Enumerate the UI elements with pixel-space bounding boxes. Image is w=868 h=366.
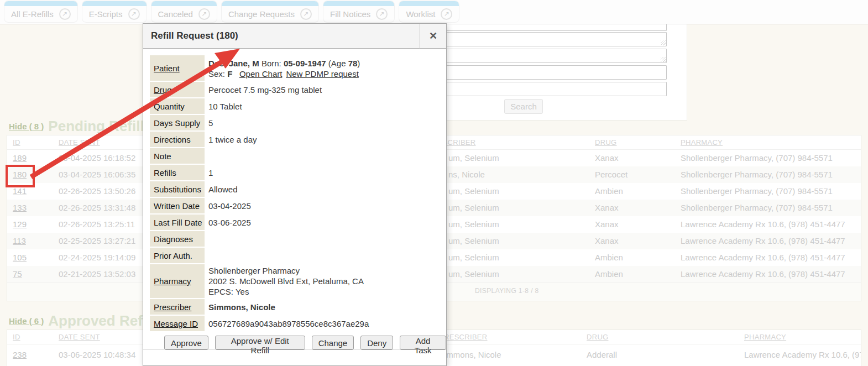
col-header-drug[interactable]: DRUG — [587, 330, 608, 344]
pharmacy-line: 2002 S. McDowell Blvd Ext, Petaluma, CA — [208, 276, 438, 286]
col-header-pharmacy[interactable]: PHARMACY — [681, 135, 723, 150]
cell-drug: Ambien — [595, 266, 623, 283]
detail-value: Percocet 7.5 mg-325 mg tablet — [206, 81, 440, 98]
age-post: ) — [357, 59, 360, 68]
detail-value: Shollenberger Pharmacy2002 S. McDowell B… — [206, 264, 440, 299]
detail-label-written-date: Written Date — [150, 197, 206, 214]
new-pdmp-request-link[interactable]: New PDMP request — [286, 69, 358, 79]
tab-cap — [323, 1, 394, 6]
col-header-date-sent[interactable]: DATE SENT — [59, 135, 100, 150]
detail-label-refills: Refills — [150, 164, 206, 181]
approve-w-edit-refill-button[interactable]: Approve w/ Edit Refill — [215, 336, 305, 350]
pending-hide-link[interactable]: Hide ( 8 ) — [9, 122, 44, 131]
tab-label: Canceled — [158, 9, 193, 19]
cell-id[interactable]: 189 — [13, 150, 27, 166]
tab-cap — [4, 1, 77, 6]
change-button[interactable]: Change — [312, 336, 354, 350]
detail-label-last-fill-date: Last Fill Date — [150, 214, 206, 231]
cell-drug: Ambien — [595, 183, 623, 200]
detail-value: 03-04-2025 — [206, 197, 440, 214]
tab-fill-notices[interactable]: Fill Notices↗ — [323, 1, 394, 22]
refill-detail-table: PatientDoe, Jane, M Born: 05-09-1947 (Ag… — [150, 55, 440, 332]
detail-label-message-id[interactable]: Message ID — [150, 315, 206, 332]
detail-text: Percocet 7.5 mg-325 mg tablet — [208, 85, 322, 95]
detail-value: Doe, Jane, M Born: 05-09-1947 (Age 78)Se… — [206, 55, 440, 81]
cell-prescriber: um, Selenium — [448, 216, 499, 233]
detail-label-patient[interactable]: Patient — [150, 55, 206, 81]
patient-age: 78 — [348, 59, 358, 68]
cell-prescriber: um, Selenium — [448, 200, 499, 216]
close-icon[interactable]: ✕ — [420, 24, 446, 49]
tab-label: Change Requests — [228, 9, 295, 19]
tab-cap — [82, 1, 147, 6]
cell-date: 03-06-2025 10:48:34 — [59, 344, 135, 365]
cell-id[interactable]: 129 — [13, 216, 27, 233]
cell-pharmacy: Lawrence Academy Rx 10.6, (978) 451-4477 — [744, 344, 861, 365]
pharmacy-line: EPCS: Yes — [208, 286, 438, 297]
col-header-id[interactable]: ID — [13, 135, 20, 150]
cell-date: 02-24-2025 19:14:09 — [59, 249, 135, 266]
approved-hide-link[interactable]: Hide ( 6 ) — [9, 316, 44, 326]
detail-value: 10 Tablet — [206, 98, 440, 114]
approve-button[interactable]: Approve — [164, 336, 208, 350]
cell-date: 03-04-2025 16:06:35 — [59, 166, 135, 183]
detail-label-quantity: Quantity — [150, 98, 206, 114]
col-header-pharmacy[interactable]: PHARMACY — [744, 330, 786, 344]
detail-value: 1 — [206, 164, 440, 181]
external-link-icon: ↗ — [128, 8, 140, 20]
col-header-id[interactable]: ID — [13, 330, 20, 344]
cell-pharmacy: Shollenberger Pharmacy, (707) 984-5571 — [681, 200, 833, 216]
tab-e-scripts[interactable]: E-Scripts↗ — [82, 1, 147, 22]
detail-value: 1 twice a day — [206, 131, 440, 148]
tab-label: Fill Notices — [330, 9, 370, 19]
detail-text: 1 twice a day — [208, 135, 257, 144]
cell-id[interactable]: 75 — [13, 266, 22, 283]
refill-request-modal: Refill Request (180) ✕ PatientDoe, Jane,… — [143, 23, 447, 366]
detail-text: Allowed — [208, 185, 238, 194]
tab-worklist[interactable]: Worklist↗ — [399, 1, 459, 22]
cell-id[interactable]: 238 — [13, 344, 27, 365]
cell-prescriber: um, Selenium — [448, 233, 499, 249]
tab-label: All E-Refills — [11, 9, 54, 19]
cell-id[interactable]: 105 — [13, 249, 27, 266]
col-header-drug[interactable]: DRUG — [595, 135, 616, 150]
modal-header: Refill Request (180) ✕ — [143, 24, 446, 49]
patient-sex: F — [227, 69, 232, 79]
open-chart-link[interactable]: Open Chart — [239, 69, 283, 79]
detail-label-prior-auth-: Prior Auth. — [150, 247, 206, 264]
cell-pharmacy: Lawrence Academy Rx 10.6, (978) 451-4477 — [681, 249, 845, 266]
tab-all-e-refills[interactable]: All E-Refills↗ — [4, 1, 77, 22]
cell-id[interactable]: 113 — [13, 233, 26, 249]
cell-prescriber: um, Selenium — [448, 150, 499, 166]
detail-label-substitutions: Substitutions — [150, 181, 206, 197]
cell-date: 02-21-2025 13:52:03 — [59, 266, 135, 283]
external-link-icon: ↗ — [441, 8, 452, 20]
col-header-date-sent[interactable]: DATE SENT — [59, 330, 100, 344]
deny-button[interactable]: Deny — [360, 336, 393, 350]
tab-canceled[interactable]: Canceled↗ — [151, 1, 217, 22]
detail-label-drug[interactable]: Drug — [150, 81, 206, 98]
cell-prescriber: um, Selenium — [448, 183, 499, 200]
pharmacy-line: Shollenberger Pharmacy — [208, 265, 438, 276]
search-button[interactable]: Search — [504, 99, 543, 114]
detail-label-pharmacy[interactable]: Pharmacy — [150, 264, 206, 299]
tab-cap — [222, 1, 318, 6]
tab-change-requests[interactable]: Change Requests↗ — [222, 1, 318, 22]
add-task-button[interactable]: Add Task — [400, 336, 446, 350]
cell-pharmacy: Shollenberger Pharmacy, (707) 984-5571 — [681, 150, 833, 166]
cell-pharmacy: Shollenberger Pharmacy, (707) 984-5571 — [681, 183, 833, 200]
cell-pharmacy: Lawrence Academy Rx 10.6, (978) 451-4477 — [681, 266, 845, 283]
external-link-icon: ↗ — [59, 8, 71, 20]
cell-drug: Xanax — [595, 216, 619, 233]
displaying-count: DISPLAYING 1-8 / 8 — [475, 287, 539, 295]
detail-text: Simmons, Nicole — [208, 302, 275, 312]
tab-cap — [151, 1, 217, 6]
modal-footer-divider — [143, 349, 446, 349]
detail-text: 056727689a9043ab8978556ce8c367ae29a — [208, 319, 369, 328]
detail-label-prescriber[interactable]: Prescriber — [150, 299, 206, 315]
detail-value: 03-06-2025 — [206, 214, 440, 231]
cell-id[interactable]: 133 — [13, 200, 27, 216]
cell-drug: Percocet — [595, 166, 628, 183]
cell-prescriber: ns, Nicole — [448, 166, 485, 183]
age-pre: (Age — [328, 59, 346, 68]
